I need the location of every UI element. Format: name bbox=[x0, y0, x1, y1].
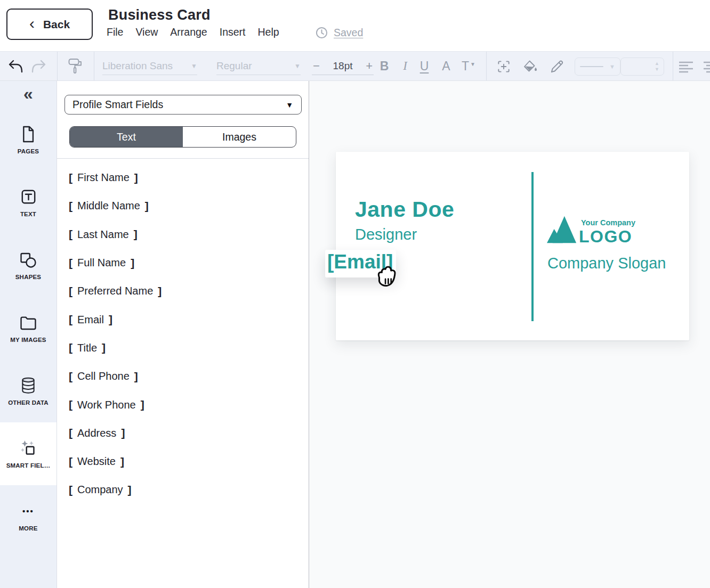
close-bracket: ] bbox=[102, 341, 106, 354]
company-logo-mountain-icon[interactable] bbox=[547, 216, 578, 243]
card-job-title-text[interactable]: Designer bbox=[355, 226, 417, 243]
decrease-font-size-button[interactable]: − bbox=[312, 60, 321, 72]
menu-arrange[interactable]: Arrange bbox=[170, 26, 207, 38]
chevron-down-icon: ▼ bbox=[609, 63, 615, 70]
font-style-value: Regular bbox=[216, 60, 252, 72]
stepper-down-icon[interactable]: ▼ bbox=[655, 67, 659, 72]
increase-font-size-button[interactable]: + bbox=[365, 60, 374, 72]
sidebar-item-smart-fields[interactable]: SMART FIEL… bbox=[0, 422, 57, 485]
sidebar-item-shapes[interactable]: SHAPES bbox=[0, 234, 57, 297]
smart-field-label: Address bbox=[77, 427, 116, 439]
close-bracket: ] bbox=[121, 427, 125, 439]
logo-company-text[interactable]: Your Company bbox=[581, 218, 635, 227]
smart-field-title[interactable]: [Title] bbox=[57, 334, 308, 362]
open-bracket: [ bbox=[69, 172, 72, 184]
sidebar-item-label: TEXT bbox=[20, 211, 36, 217]
save-status: Saved bbox=[315, 26, 363, 39]
sidebar-item-label: OTHER DATA bbox=[8, 399, 49, 406]
underline-button[interactable]: U bbox=[416, 57, 432, 75]
more-icon: ••• bbox=[19, 502, 37, 520]
sidebar-item-text[interactable]: TEXT bbox=[0, 171, 57, 234]
tab-text[interactable]: Text bbox=[70, 127, 183, 147]
smart-field-last-name[interactable]: [Last Name] bbox=[57, 220, 308, 249]
page-title: Business Card bbox=[108, 7, 211, 23]
text-case-button[interactable]: T▼ bbox=[457, 57, 480, 75]
tab-images[interactable]: Images bbox=[183, 127, 296, 147]
close-bracket: ] bbox=[141, 398, 144, 411]
border-style-button[interactable] bbox=[548, 58, 566, 76]
collapse-sidebar-button[interactable]: « bbox=[0, 84, 57, 104]
smart-field-preferred-name[interactable]: [Preferred Name] bbox=[57, 277, 308, 305]
smart-fields-source-select[interactable]: Profile Smart Fields ▼ bbox=[64, 95, 302, 115]
smart-field-label: First Name bbox=[77, 172, 130, 184]
smart-field-label: Middle Name bbox=[77, 200, 140, 212]
sidebar-item-more[interactable]: •••MORE bbox=[0, 485, 57, 548]
back-button[interactable]: ‹ Back bbox=[6, 9, 93, 40]
open-bracket: [ bbox=[69, 370, 72, 383]
italic-button[interactable]: I bbox=[397, 57, 413, 75]
smart-field-work-phone[interactable]: [Work Phone] bbox=[57, 390, 308, 419]
close-bracket: ] bbox=[120, 455, 124, 468]
font-family-select[interactable]: Liberation Sans ▼ bbox=[102, 57, 197, 75]
smart-field-cell-phone[interactable]: [Cell Phone] bbox=[57, 362, 308, 390]
smart-field-first-name[interactable]: [First Name] bbox=[57, 164, 308, 192]
panel-tabs: TextImages bbox=[69, 126, 296, 148]
fill-color-button[interactable] bbox=[521, 58, 539, 76]
smart-field-label: Full Name bbox=[77, 257, 126, 269]
frame-button[interactable] bbox=[495, 58, 513, 76]
line-weight-stepper[interactable]: ▲ ▼ bbox=[620, 58, 664, 76]
sidebar-item-pages[interactable]: PAGES bbox=[0, 108, 57, 171]
close-bracket: ] bbox=[134, 172, 138, 184]
align-center-button[interactable] bbox=[701, 58, 710, 76]
toolbar-separator bbox=[57, 52, 58, 80]
open-bracket: [ bbox=[69, 427, 72, 439]
menu-view[interactable]: View bbox=[135, 26, 158, 38]
header: ‹ Back Business Card FileViewArrangeInse… bbox=[0, 0, 710, 51]
undo-button[interactable] bbox=[6, 58, 25, 76]
font-style-select[interactable]: Regular ▼ bbox=[216, 57, 301, 75]
close-bracket: ] bbox=[134, 370, 138, 383]
smart-field-website[interactable]: [Website] bbox=[57, 447, 308, 476]
smart-field-label: Preferred Name bbox=[77, 285, 153, 297]
open-bracket: [ bbox=[69, 398, 72, 411]
save-status-label: Saved bbox=[334, 27, 363, 39]
smart-field-label: Company bbox=[77, 484, 123, 496]
card-divider-line[interactable] bbox=[531, 172, 534, 321]
line-style-select[interactable]: ▼ bbox=[575, 58, 620, 76]
open-bracket: [ bbox=[69, 257, 72, 270]
toolbar-separator bbox=[94, 52, 94, 80]
sidebar-item-my-images[interactable]: MY IMAGES bbox=[0, 297, 57, 360]
menu-insert[interactable]: Insert bbox=[220, 26, 246, 38]
menu-file[interactable]: File bbox=[107, 26, 123, 38]
toolbar-separator bbox=[673, 52, 673, 80]
stepper-up-icon[interactable]: ▲ bbox=[655, 61, 659, 66]
font-color-button[interactable]: A bbox=[438, 57, 454, 75]
open-bracket: [ bbox=[69, 455, 72, 468]
format-painter-button[interactable] bbox=[66, 58, 84, 76]
bold-button[interactable]: B bbox=[376, 57, 392, 75]
redo-button[interactable] bbox=[30, 58, 48, 76]
logo-text[interactable]: LOGO bbox=[579, 227, 632, 247]
business-card[interactable]: Jane Doe Designer [Email] Your Company L… bbox=[336, 152, 689, 340]
smart-field-full-name[interactable]: [Full Name] bbox=[57, 249, 308, 277]
open-bracket: [ bbox=[69, 228, 72, 241]
toolbar-separator bbox=[486, 52, 487, 80]
open-bracket: [ bbox=[69, 285, 72, 298]
smart-field-label: Work Phone bbox=[77, 399, 136, 411]
chevron-down-icon: ▼ bbox=[470, 61, 475, 67]
card-slogan-text[interactable]: Company Slogan bbox=[547, 255, 666, 272]
smart-field-address[interactable]: [Address] bbox=[57, 419, 308, 447]
sidebar-item-label: SHAPES bbox=[15, 274, 42, 280]
menu-help[interactable]: Help bbox=[258, 26, 279, 38]
line-style-icon bbox=[580, 66, 603, 68]
font-size-value[interactable]: 18pt bbox=[333, 60, 353, 72]
card-name-text[interactable]: Jane Doe bbox=[355, 197, 454, 222]
smart-field-email[interactable]: [Email] bbox=[57, 305, 308, 333]
align-left-button[interactable] bbox=[677, 58, 695, 76]
smart-fields-icon bbox=[19, 439, 37, 458]
smart-field-middle-name[interactable]: [Middle Name] bbox=[57, 192, 308, 220]
design-canvas[interactable]: Jane Doe Designer [Email] Your Company L… bbox=[309, 81, 710, 588]
sidebar-item-other-data[interactable]: OTHER DATA bbox=[0, 360, 57, 422]
dragged-email-field[interactable]: [Email] bbox=[325, 250, 396, 277]
smart-field-company[interactable]: [Company] bbox=[57, 476, 308, 504]
